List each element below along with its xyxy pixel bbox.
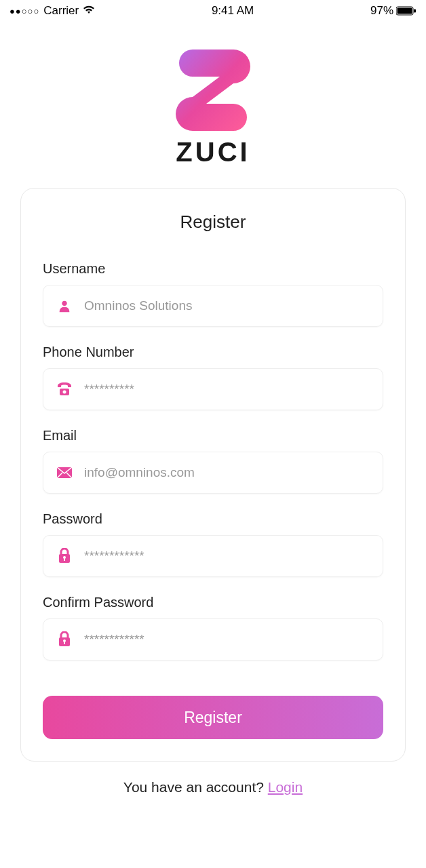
svg-rect-12 (64, 642, 65, 644)
register-button[interactable]: Register (43, 696, 383, 739)
mail-icon (54, 467, 75, 479)
phone-icon (54, 382, 75, 397)
battery-icon (396, 6, 417, 16)
password-input[interactable] (84, 549, 372, 564)
svg-rect-9 (64, 558, 65, 561)
svg-point-5 (63, 391, 66, 394)
card-title: Register (43, 212, 383, 233)
user-icon (54, 298, 75, 313)
phone-field-group: Phone Number (43, 344, 383, 410)
brand-name: ZUCI (176, 137, 250, 167)
register-card: Register Username Phone Number Email Pa (20, 188, 406, 762)
email-field-group: Email (43, 428, 383, 494)
password-input-row[interactable] (43, 535, 383, 577)
status-right: 97% (370, 4, 417, 18)
battery-percent: 97% (370, 4, 393, 18)
password-label: Password (43, 511, 383, 527)
login-link[interactable]: Login (268, 779, 303, 795)
svg-rect-1 (398, 8, 412, 14)
username-input-row[interactable] (43, 285, 383, 327)
brand-logo-icon (166, 39, 260, 134)
confirm-password-label: Confirm Password (43, 595, 383, 610)
signal-dots-icon: ●●○○○ (9, 6, 39, 16)
lock-icon (54, 631, 75, 648)
status-time: 9:41 AM (212, 4, 254, 18)
confirm-password-field-group: Confirm Password (43, 595, 383, 660)
status-left: ●●○○○ Carrier (9, 4, 95, 18)
confirm-password-input-row[interactable] (43, 618, 383, 660)
username-input[interactable] (84, 298, 372, 313)
phone-input[interactable] (84, 382, 372, 397)
phone-input-row[interactable] (43, 368, 383, 410)
logo-area: ZUCI (0, 39, 426, 167)
email-label: Email (43, 428, 383, 443)
wifi-icon (83, 4, 95, 18)
lock-icon (54, 548, 75, 564)
footer-text: You have an account? Login (0, 779, 426, 795)
email-input-row[interactable] (43, 452, 383, 494)
svg-rect-2 (414, 9, 416, 13)
password-field-group: Password (43, 511, 383, 577)
email-input[interactable] (84, 465, 372, 480)
footer-prompt: You have an account? (123, 779, 268, 795)
confirm-password-input[interactable] (84, 632, 372, 647)
username-label: Username (43, 261, 383, 277)
username-field-group: Username (43, 261, 383, 327)
carrier-label: Carrier (43, 4, 79, 18)
status-bar: ●●○○○ Carrier 9:41 AM 97% (0, 0, 426, 20)
phone-label: Phone Number (43, 344, 383, 360)
svg-point-3 (62, 301, 66, 306)
